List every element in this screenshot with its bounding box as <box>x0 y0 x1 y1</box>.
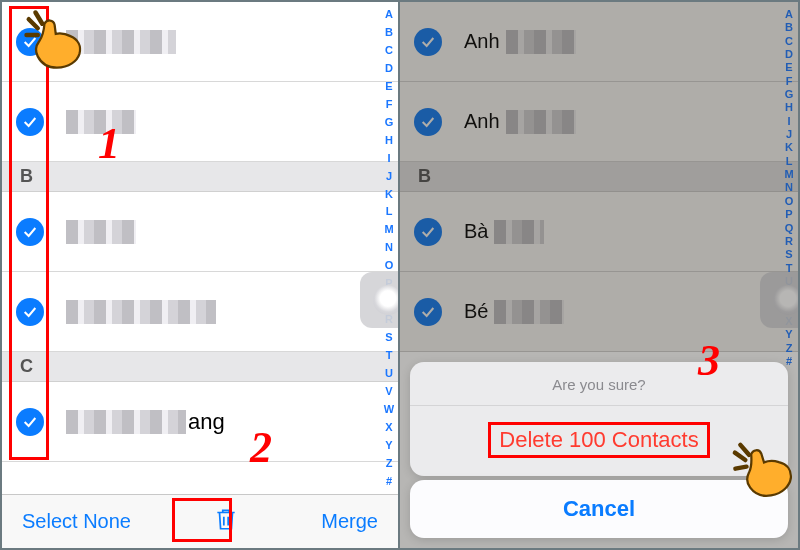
trash-icon <box>213 506 239 532</box>
screenshot-step3: Anh Anh B Bà Bé ABCDEFGHIJKLMNOPQRSTUVWX… <box>400 2 798 548</box>
index-letter[interactable]: O <box>382 259 396 272</box>
contact-row: Anh <box>400 82 798 162</box>
section-header-b: B <box>400 162 798 192</box>
contact-name-redacted <box>66 410 186 434</box>
index-letter[interactable]: K <box>382 188 396 201</box>
contact-row[interactable] <box>2 82 398 162</box>
contact-name-redacted <box>66 110 136 134</box>
merge-button[interactable]: Merge <box>321 510 378 533</box>
index-letter[interactable]: T <box>382 349 396 362</box>
index-letter[interactable]: U <box>382 367 396 380</box>
index-letter[interactable]: C <box>382 44 396 57</box>
contact-name-redacted <box>66 30 176 54</box>
index-letter[interactable]: Z <box>782 342 796 355</box>
contact-name-prefix: Anh <box>464 30 500 53</box>
index-letter[interactable]: D <box>782 48 796 61</box>
cancel-button[interactable]: Cancel <box>410 480 788 538</box>
index-letter[interactable]: F <box>382 98 396 111</box>
index-letter[interactable]: W <box>382 403 396 416</box>
screenshot-step1-2: B C ang ABCDEFGHIJKLMNOPQRSTUVWXYZ# Sele… <box>2 2 400 548</box>
index-letter[interactable]: G <box>382 116 396 129</box>
index-letter[interactable]: N <box>782 181 796 194</box>
index-letter[interactable]: B <box>382 26 396 39</box>
assistive-touch-button <box>760 272 798 328</box>
index-letter[interactable]: Z <box>382 457 396 470</box>
contact-row[interactable]: ang <box>2 382 398 462</box>
contact-name-redacted <box>66 300 216 324</box>
index-letter[interactable]: Y <box>782 328 796 341</box>
index-letter[interactable]: K <box>782 141 796 154</box>
index-letter[interactable]: O <box>782 195 796 208</box>
alpha-index[interactable]: ABCDEFGHIJKLMNOPQRSTUVWXYZ# <box>382 8 396 488</box>
contact-name-redacted <box>494 220 544 244</box>
index-letter[interactable]: A <box>782 8 796 21</box>
contact-row[interactable] <box>2 272 398 352</box>
select-none-button[interactable]: Select None <box>22 510 131 533</box>
contact-row[interactable] <box>2 192 398 272</box>
checkbox-checked-icon[interactable] <box>16 408 44 436</box>
contact-row: Bà <box>400 192 798 272</box>
index-letter[interactable]: Q <box>782 222 796 235</box>
index-letter[interactable]: J <box>782 128 796 141</box>
contact-row: Anh <box>400 2 798 82</box>
index-letter[interactable]: H <box>782 101 796 114</box>
index-letter[interactable]: R <box>782 235 796 248</box>
contact-name-prefix: Bé <box>464 300 488 323</box>
index-letter[interactable]: E <box>382 80 396 93</box>
index-letter[interactable]: I <box>782 115 796 128</box>
contact-name-redacted <box>66 220 136 244</box>
index-letter[interactable]: F <box>782 75 796 88</box>
index-letter[interactable]: N <box>382 241 396 254</box>
index-letter[interactable]: Y <box>382 439 396 452</box>
checkbox-checked-icon[interactable] <box>16 218 44 246</box>
delete-button[interactable] <box>203 502 249 541</box>
index-letter[interactable]: H <box>382 134 396 147</box>
section-header-c: C <box>2 352 398 382</box>
contact-name-prefix: Anh <box>464 110 500 133</box>
contact-list: B C ang <box>2 2 398 462</box>
index-letter[interactable]: L <box>382 205 396 218</box>
contact-name-redacted <box>506 110 576 134</box>
section-header-b: B <box>2 162 398 192</box>
index-letter[interactable]: C <box>782 35 796 48</box>
index-letter[interactable]: J <box>382 170 396 183</box>
checkbox-checked-icon <box>414 108 442 136</box>
checkbox-checked-icon[interactable] <box>16 28 44 56</box>
delete-contacts-button[interactable]: Delete 100 Contacts <box>410 406 788 476</box>
assistive-touch-button[interactable] <box>360 272 400 328</box>
contact-name-prefix: Bà <box>464 220 488 243</box>
index-letter[interactable]: X <box>382 421 396 434</box>
bottom-toolbar: Select None Merge <box>2 494 398 548</box>
index-letter[interactable]: L <box>782 155 796 168</box>
index-letter[interactable]: P <box>782 208 796 221</box>
checkbox-checked-icon[interactable] <box>16 108 44 136</box>
contact-name-suffix: ang <box>188 409 225 435</box>
index-letter[interactable]: A <box>382 8 396 21</box>
checkbox-checked-icon[interactable] <box>16 298 44 326</box>
action-sheet: Are you sure? Delete 100 Contacts <box>410 362 788 476</box>
contact-row[interactable] <box>2 2 398 82</box>
index-letter[interactable]: G <box>782 88 796 101</box>
index-letter[interactable]: D <box>382 62 396 75</box>
checkbox-checked-icon <box>414 218 442 246</box>
action-sheet-title: Are you sure? <box>410 362 788 406</box>
index-letter[interactable]: B <box>782 21 796 34</box>
index-letter[interactable]: I <box>382 152 396 165</box>
index-letter[interactable]: M <box>782 168 796 181</box>
index-letter[interactable]: # <box>382 475 396 488</box>
index-letter[interactable]: S <box>782 248 796 261</box>
index-letter[interactable]: E <box>782 61 796 74</box>
checkbox-checked-icon <box>414 298 442 326</box>
annotation-box-delete: Delete 100 Contacts <box>488 422 709 458</box>
index-letter[interactable]: S <box>382 331 396 344</box>
contact-name: ang <box>66 409 225 435</box>
index-letter[interactable]: M <box>382 223 396 236</box>
delete-contacts-label: Delete 100 Contacts <box>499 427 698 452</box>
contact-row: Bé <box>400 272 798 352</box>
contact-name-redacted <box>506 30 576 54</box>
checkbox-checked-icon <box>414 28 442 56</box>
index-letter[interactable]: V <box>382 385 396 398</box>
contact-name-redacted <box>494 300 564 324</box>
